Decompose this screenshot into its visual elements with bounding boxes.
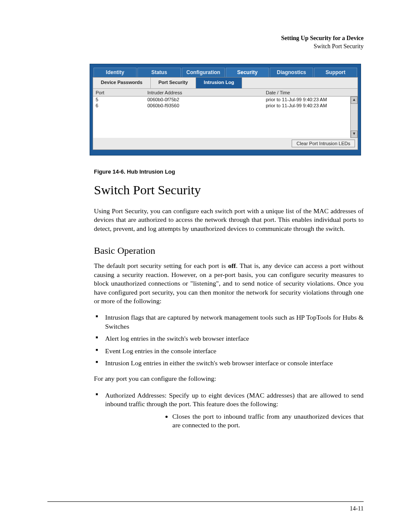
tab-configuration[interactable]: Configuration	[182, 68, 225, 77]
tab-status[interactable]: Status	[137, 68, 181, 77]
running-header: Setting Up Security for a Device Switch …	[47, 34, 364, 51]
subtab-device-passwords[interactable]: Device Passwords	[93, 78, 151, 88]
tab-security[interactable]: Security	[226, 68, 269, 77]
list-item: Intrusion Log entries in either the swit…	[105, 359, 364, 367]
running-header-section: Switch Port Security	[314, 43, 364, 50]
scroll-up-icon[interactable]: ▲	[351, 96, 358, 104]
col-header-port: Port	[96, 90, 147, 95]
running-header-chapter: Setting Up Security for a Device	[281, 35, 364, 41]
subtab-port-security[interactable]: Port Security	[151, 78, 196, 88]
subsection-heading: Basic Operation	[94, 245, 364, 256]
configure-list: Authorized Addresses: Specify up to eigh…	[94, 391, 364, 430]
basic-op-bold-off: off	[228, 262, 236, 269]
log-body: 5 0060b0-0f75b2 prior to 11-Jul-99 9:40:…	[93, 96, 358, 138]
sub-list: Closes the port to inbound traffic from …	[152, 412, 364, 430]
list-item: Closes the port to inbound traffic from …	[172, 412, 364, 430]
section-heading: Switch Port Security	[94, 183, 364, 197]
list-item-text: Authorized Addresses: Specify up to eigh…	[105, 392, 364, 408]
figure-caption: Figure 14-6. Hub Intrusion Log	[94, 168, 364, 175]
tab-diagnostics[interactable]: Diagnostics	[270, 68, 313, 77]
scroll-down-icon[interactable]: ▼	[351, 131, 358, 138]
table-row[interactable]: 6 0060b0-f93560 prior to 11-Jul-99 9:40:…	[93, 103, 358, 109]
clear-port-intrusion-leds-button[interactable]: Clear Port Intrusion LEDs	[292, 140, 355, 147]
monitoring-list: Intrusion flags that are captured by net…	[94, 313, 364, 367]
configure-intro: For any port you can configure the follo…	[94, 374, 364, 383]
cell-intruder-address: 0060b0-0f75b2	[147, 96, 266, 103]
list-item: Intrusion flags that are captured by net…	[105, 313, 364, 331]
cell-port: 6	[96, 103, 147, 109]
page-number: 14-11	[350, 505, 364, 512]
intrusion-log-panel: Identity Status Configuration Security D…	[90, 64, 361, 156]
subtab-intrusion-log[interactable]: Intrusion Log	[196, 78, 242, 88]
basic-operation-paragraph: The default port security setting for ea…	[94, 261, 364, 305]
vertical-scrollbar[interactable]: ▲ ▼	[350, 96, 358, 138]
cell-intruder-address: 0060b0-f93560	[147, 103, 266, 109]
list-item: Alert log entries in the switch's web br…	[105, 334, 364, 343]
sub-tab-bar: Device Passwords Port Security Intrusion…	[93, 78, 358, 89]
cell-date-time: prior to 11-Jul-99 9:40:23 AM	[266, 103, 355, 109]
col-header-date-time: Date / Time	[266, 90, 355, 95]
cell-date-time: prior to 11-Jul-99 9:40:23 AM	[266, 96, 355, 103]
footer-rule	[47, 501, 364, 502]
list-item: Event Log entries in the console interfa…	[105, 347, 364, 355]
col-header-intruder-address: Intruder Address	[147, 90, 266, 95]
basic-op-text-pre: The default port security setting for ea…	[94, 262, 228, 269]
button-row: Clear Port Intrusion LEDs	[93, 138, 358, 149]
intro-paragraph: Using Port Security, you can configure e…	[94, 207, 364, 233]
log-column-headers: Port Intruder Address Date / Time	[93, 89, 358, 96]
cell-port: 5	[96, 96, 147, 103]
list-item: Authorized Addresses: Specify up to eigh…	[105, 391, 364, 430]
table-row[interactable]: 5 0060b0-0f75b2 prior to 11-Jul-99 9:40:…	[93, 96, 358, 103]
tab-support[interactable]: Support	[314, 68, 357, 77]
main-tab-bar: Identity Status Configuration Security D…	[93, 67, 358, 77]
tab-identity[interactable]: Identity	[93, 68, 137, 77]
